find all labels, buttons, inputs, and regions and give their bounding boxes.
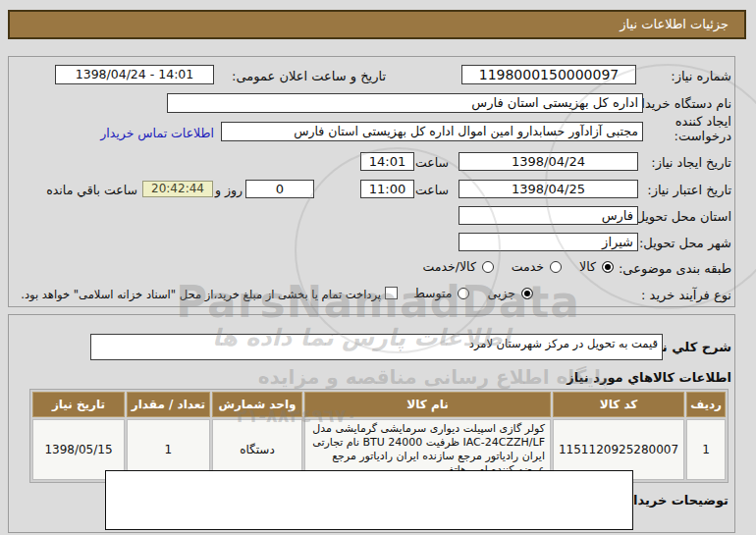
radio-option-minor[interactable]: جزیی <box>487 286 533 300</box>
treasury-checkbox[interactable] <box>385 287 398 299</box>
remaining-hours-label: ساعت باقي مانده <box>46 183 137 197</box>
radio-icon[interactable] <box>550 261 562 273</box>
validity-date-field[interactable]: 1398/04/25 <box>459 180 638 198</box>
validity-time-field[interactable]: 11:00 <box>360 180 414 198</box>
classification-label: طبقه بندی موضوعی: <box>619 261 731 276</box>
validity-hour-label: ساعت <box>415 183 449 197</box>
announce-datetime-field[interactable]: 1398/04/24 - 14:01 <box>55 65 214 84</box>
general-description-field[interactable]: قیمت به تحویل در مرکز شهرستان لامرد <box>90 334 663 360</box>
process-type-label: نوع فرآيند خريد : <box>641 288 731 302</box>
radio-icon[interactable] <box>602 261 614 273</box>
radio-label: کالا/خدمت <box>422 259 475 274</box>
radio-icon[interactable] <box>521 288 533 299</box>
goods-table-header-row: رديف کد کالا نام کالا واحد شمارش تعداد /… <box>32 392 726 417</box>
process-radio-group: جزیی متوسط <box>413 286 533 300</box>
radio-icon[interactable] <box>458 288 469 299</box>
created-time-field[interactable]: 14:01 <box>360 152 414 171</box>
radio-icon[interactable] <box>482 261 494 273</box>
radio-option-goods[interactable]: کالا <box>579 259 614 274</box>
created-hour-label: ساعت <box>415 155 449 170</box>
treasury-checkbox-label: پرداخت تمام یا بخشی از مبلغ خرید،از محل … <box>21 288 381 301</box>
col-header-name: نام کالا <box>304 392 551 417</box>
creator-label-line2: درخواست: <box>675 129 731 143</box>
col-header-unit: واحد شمارش <box>212 392 302 417</box>
cell-row-no: 1 <box>686 419 726 480</box>
radio-label: متوسط <box>413 286 452 300</box>
created-date-field[interactable]: 1398/04/24 <box>459 152 638 171</box>
goods-section-title: اطلاعات کالاهاي مورد نياز <box>567 370 731 385</box>
city-label: شهر محل تحويل: <box>639 236 731 250</box>
city-field[interactable]: شیراز <box>459 233 638 251</box>
radio-label: خدمت <box>512 259 544 274</box>
col-header-code: کد کالا <box>553 392 684 417</box>
remaining-countdown: 20:42:44 <box>142 181 213 197</box>
creator-field[interactable]: مجتبی آزادآور حسابدارو امین اموال اداره … <box>221 122 643 141</box>
remaining-days-label: روز و <box>215 183 243 197</box>
creator-label: ايجاد کننده درخواست: <box>675 114 731 143</box>
remaining-days-field[interactable]: 0 <box>245 180 314 198</box>
radio-option-service[interactable]: خدمت <box>512 259 562 274</box>
buyer-contact-link[interactable]: اطلاعات تماس خريدار <box>100 126 214 140</box>
radio-option-medium[interactable]: متوسط <box>413 286 469 300</box>
col-header-row-no: رديف <box>686 392 726 417</box>
created-date-label: تاريخ ايجاد نياز: <box>651 155 731 170</box>
announce-datetime-label: تاريخ و ساعت اعلان عمومی: <box>232 69 386 83</box>
need-number-field[interactable]: 1198000150000097 <box>461 65 636 84</box>
buyer-org-label: نام دستگاه خريدار: <box>631 96 731 111</box>
need-number-label: شماره نياز: <box>671 69 731 83</box>
col-header-qty: تعداد / مقدار <box>127 392 210 417</box>
buyer-notes-field[interactable] <box>105 470 633 530</box>
radio-option-goods-service[interactable]: کالا/خدمت <box>422 259 493 274</box>
goods-table: رديف کد کالا نام کالا واحد شمارش تعداد /… <box>29 389 729 483</box>
creator-label-line1: ايجاد کننده <box>675 114 731 129</box>
validity-date-label: تاريخ اعتبار نياز: <box>647 183 731 197</box>
classification-radio-group: کالا خدمت کالا/خدمت <box>422 259 614 274</box>
col-header-need-date: تاريخ نياز <box>32 392 125 417</box>
need-details-page: ParsNamadData اطلاعات پارس نما داده ها پ… <box>0 0 756 535</box>
province-field[interactable]: فارس <box>459 206 638 225</box>
province-label: استان محل تحويل: <box>631 209 731 224</box>
buyer-notes-label: توضيحات خريدار: <box>621 493 729 508</box>
page-title: جزئيات اطلاعات نياز <box>8 10 746 39</box>
radio-label: کالا <box>579 259 596 274</box>
radio-label: جزیی <box>487 286 515 300</box>
buyer-org-field[interactable]: اداره کل بهزیستی استان فارس <box>167 93 643 113</box>
